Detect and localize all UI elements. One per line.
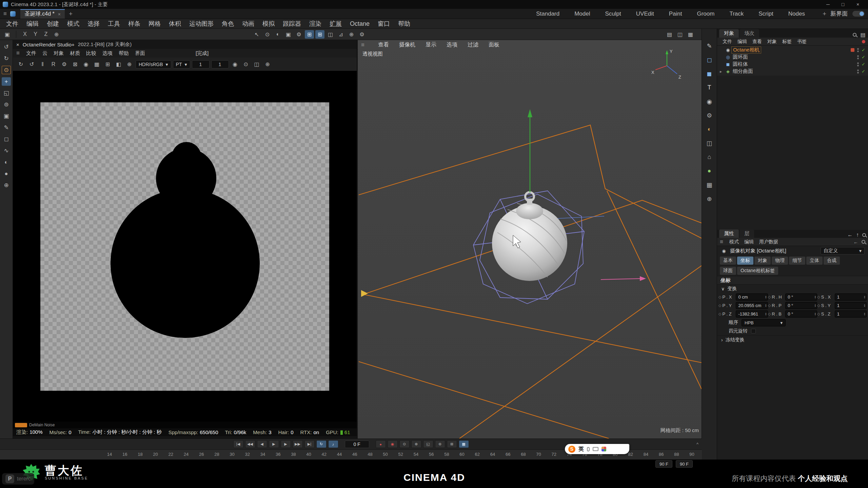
snap-grid-icon[interactable]: ⊞ — [305, 30, 314, 39]
octane-menu-item[interactable]: 文件 — [23, 50, 39, 57]
reset-render-icon[interactable]: ↺ — [27, 60, 36, 68]
rotate-tool-icon[interactable]: ⊚ — [2, 100, 11, 109]
new-layout-button[interactable]: 新界面 — [830, 10, 848, 18]
menubar-item[interactable]: 动画 — [238, 20, 258, 28]
octane-menu-item[interactable]: 材质 — [67, 50, 83, 57]
close-tab-icon[interactable]: × — [58, 12, 61, 17]
gear-icon[interactable]: ⚙ — [705, 111, 714, 120]
screenshot-icon[interactable]: ◫ — [675, 30, 685, 39]
menubar-item[interactable]: 样条 — [124, 20, 144, 28]
menubar-item[interactable]: Octane — [346, 20, 374, 27]
restart-render-icon[interactable]: ↻ — [16, 60, 25, 68]
viewport-menu-item[interactable]: 过滤 — [468, 41, 478, 48]
undo-icon[interactable]: ↺ — [2, 43, 11, 51]
focus-picker-icon[interactable]: ⊕ — [125, 60, 134, 68]
viewport-menu-item[interactable]: 摄像机 — [399, 41, 415, 48]
lock-z-axis-icon[interactable]: Z — [41, 30, 51, 39]
clay-mode-icon[interactable]: ⊞ — [103, 60, 112, 68]
ime-toolbar[interactable]: S 英 — [565, 444, 629, 454]
attribute-tab[interactable]: Octane相机标签 — [737, 267, 778, 275]
attribute-tab[interactable]: 细节 — [789, 257, 805, 265]
object-row[interactable]: ◉ Octane相机 ✓ — [717, 46, 868, 54]
menubar-item[interactable]: 窗口 — [374, 20, 394, 28]
sphere-icon[interactable]: ◉ — [705, 97, 714, 106]
order-select[interactable]: HPB ▾ — [742, 319, 786, 326]
target-icon[interactable]: ⊕ — [263, 60, 272, 68]
om-menu-item[interactable]: 对象 — [765, 39, 780, 45]
search-icon[interactable] — [853, 33, 856, 37]
visibility-dots[interactable] — [857, 48, 859, 52]
octane-render-view[interactable] — [13, 71, 357, 422]
axis-mode-icon[interactable]: ⊕ — [347, 30, 356, 39]
ime-language[interactable]: 英 — [578, 446, 584, 453]
pen-tool-icon[interactable]: ✎ — [2, 123, 11, 132]
autokeying-button[interactable]: ◉ — [388, 440, 398, 448]
record-scale-button[interactable]: ◱ — [423, 440, 433, 448]
object-name[interactable]: 细分曲面 — [731, 68, 754, 75]
octane-menu-item[interactable]: 云 — [39, 50, 51, 57]
octane-menu-item[interactable]: 界面 — [132, 50, 148, 57]
attribute-tab[interactable]: 坐标 — [737, 257, 753, 265]
coord-input[interactable]: 0 °▲▼ — [785, 302, 817, 309]
goto-start-button[interactable]: |◀ — [233, 440, 243, 448]
render-settings-icon[interactable]: ⚙ — [294, 30, 303, 39]
workplane-mode-icon[interactable]: ◫ — [326, 30, 335, 39]
material-tool-icon[interactable]: ● — [2, 169, 11, 178]
render-picture-viewer-icon[interactable]: ▣ — [284, 30, 293, 39]
light-tool-icon[interactable]: ◐ — [2, 158, 11, 166]
enabled-check-icon[interactable]: ✓ — [862, 62, 865, 67]
menubar-item[interactable]: 运动图形 — [185, 20, 218, 28]
next-frame-button[interactable]: ▶ — [281, 440, 291, 448]
viewport-menu-item[interactable]: 显示 — [426, 41, 436, 48]
panel-tab[interactable]: 场次 — [739, 29, 759, 38]
subsample-icon[interactable]: ◫ — [252, 60, 261, 68]
layout-item[interactable]: Nodes — [788, 11, 805, 17]
record-active-objects-button[interactable]: ● — [376, 440, 386, 448]
grid-icon[interactable]: ▦ — [705, 181, 714, 189]
lock-view-icon[interactable]: ⊠ — [71, 60, 80, 68]
attribute-tab[interactable]: 基本 — [720, 257, 736, 265]
freeze-transform-header[interactable]: › 冻结变换 — [717, 335, 868, 344]
record-position-button[interactable]: ⊕ — [411, 440, 421, 448]
attribute-tab[interactable]: 合成 — [824, 257, 840, 265]
kernel-select[interactable]: PT ▾ — [173, 60, 190, 68]
hamburger-icon[interactable]: ≡ — [3, 11, 7, 17]
coord-input[interactable]: 1▲▼ — [835, 302, 867, 309]
layout-item[interactable]: Script — [758, 11, 773, 17]
panel-tab[interactable]: 属性 — [719, 229, 739, 238]
snap-quantize-icon[interactable]: ⊞ — [315, 30, 324, 39]
visibility-dots[interactable] — [857, 69, 859, 74]
render-pass-chip[interactable] — [15, 423, 27, 427]
octane-menu-item[interactable]: 帮助 — [116, 50, 132, 57]
record-parameter-button[interactable]: ⊞ — [447, 440, 457, 448]
menubar-item[interactable]: 模拟 — [258, 20, 279, 28]
menubar-item[interactable]: 角色 — [218, 20, 238, 28]
layout-item[interactable]: UVEdit — [636, 11, 654, 17]
menubar-item[interactable]: 创建 — [43, 20, 63, 28]
viewport-name-label[interactable]: 透视视图 — [362, 51, 383, 57]
coord-input[interactable]: 20.0955 cm▲▼ — [736, 302, 768, 309]
enabled-check-icon[interactable]: ✓ — [862, 69, 865, 74]
text-icon[interactable]: T — [705, 83, 714, 92]
coord-input[interactable]: 0 °▲▼ — [785, 310, 817, 318]
record-rotation-button[interactable]: ⊚ — [435, 440, 445, 448]
material-icon[interactable]: ● — [705, 167, 714, 175]
enabled-check-icon[interactable]: ✓ — [862, 47, 865, 53]
keyboard-icon[interactable] — [593, 447, 598, 451]
object-row[interactable]: ▸ ◈ 细分曲面 ✓ — [717, 68, 868, 75]
render-settings-gear-icon[interactable]: ⚙ — [60, 60, 69, 68]
pen-icon[interactable]: ✎ — [705, 42, 714, 50]
preset-select[interactable]: 自定义 ▾ — [821, 247, 865, 255]
last-tool-icon[interactable]: ▣ — [2, 112, 11, 120]
enabled-check-icon[interactable]: ✓ — [862, 55, 865, 60]
coordinate-system-icon[interactable]: ⊕ — [52, 30, 61, 39]
layout-item[interactable]: Paint — [669, 11, 682, 17]
viewport-menu-item[interactable]: 查看 — [378, 41, 389, 48]
panel-tab[interactable]: 对象 — [719, 29, 739, 38]
axis-tool-icon[interactable]: ⊕ — [2, 181, 11, 189]
film-region-icon[interactable]: ▦ — [92, 60, 101, 68]
ime-logo-icon[interactable]: S — [568, 446, 575, 453]
object-row[interactable]: ◎ 圆环面 ✓ — [717, 54, 868, 61]
modeling-settings-icon[interactable]: ⚙ — [357, 30, 367, 39]
samples-field-1[interactable]: 1 — [192, 60, 210, 68]
